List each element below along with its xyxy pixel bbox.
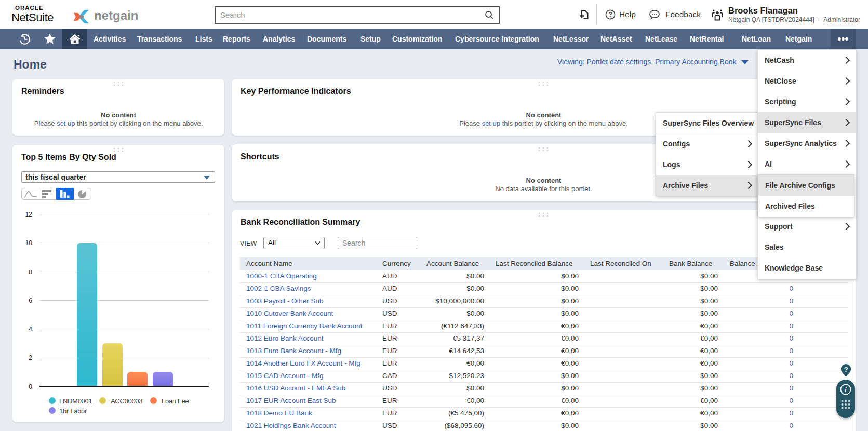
svg-text:?: ? xyxy=(608,11,612,18)
svg-text:?: ? xyxy=(844,366,848,373)
svg-text:i: i xyxy=(845,386,847,394)
